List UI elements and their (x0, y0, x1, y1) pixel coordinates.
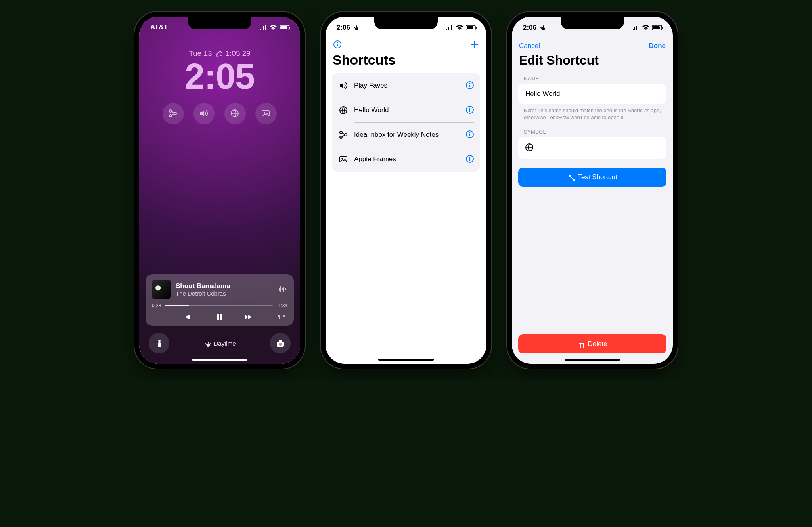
widget-shortcut[interactable] (163, 103, 184, 124)
globe-icon (338, 105, 349, 115)
speaker-icon (199, 109, 209, 119)
battery-icon (280, 25, 291, 30)
signal-icon (632, 25, 640, 30)
list-item[interactable]: Idea Inbox for Weekly Notes (332, 122, 480, 147)
globe-icon (525, 143, 533, 151)
signal-icon (260, 25, 267, 30)
globe-icon (230, 109, 240, 119)
list-item[interactable]: Hello World (332, 98, 480, 122)
info-icon (465, 154, 474, 163)
notch (374, 17, 438, 29)
track-artist: The Detroit Cobras (176, 290, 273, 297)
flashlight-button[interactable] (149, 333, 169, 353)
rewind-button[interactable] (184, 312, 196, 322)
pause-button[interactable] (215, 312, 224, 322)
name-input[interactable] (525, 90, 660, 98)
widget-image[interactable] (255, 103, 277, 124)
list-item-label: Hello World (354, 106, 460, 114)
album-art (152, 280, 171, 299)
carrier-label: AT&T (150, 23, 168, 31)
page-title: Edit Shortcut (512, 52, 673, 73)
wifi-icon (642, 25, 650, 30)
row-info-button[interactable] (465, 105, 474, 115)
image-icon (338, 155, 349, 164)
sun-icon (203, 340, 211, 347)
symbol-header: SYMBOL (512, 126, 673, 137)
phone-shortcuts-list: 2:06 Shortcuts Play Faves (321, 12, 491, 369)
list-item[interactable]: Apple Frames (332, 147, 480, 172)
name-header: NAME (512, 73, 673, 84)
focus-label: Daytime (214, 340, 236, 347)
test-label: Test Shortcut (578, 173, 617, 181)
signal-icon (446, 25, 453, 30)
list-item[interactable]: Play Faves (332, 73, 480, 98)
info-icon (465, 105, 474, 114)
add-button[interactable] (470, 40, 479, 51)
shortcut-merge-icon (168, 109, 178, 119)
camera-button[interactable] (270, 333, 291, 353)
remaining-label: -1:34 (277, 303, 287, 308)
info-icon (465, 130, 474, 138)
time-label: 2:06 (523, 24, 536, 31)
wifi-icon (269, 25, 277, 30)
lockscreen-widgets (139, 103, 300, 124)
shortcuts-list: Play Faves Hello World Idea Inbox for We… (332, 73, 480, 172)
list-item-label: Play Faves (354, 82, 460, 90)
delete-label: Delete (588, 340, 607, 348)
delete-button[interactable]: Delete (518, 334, 666, 353)
trash-icon (577, 340, 584, 348)
airpods-icon[interactable] (276, 312, 286, 322)
test-shortcut-button[interactable]: Test Shortcut (518, 168, 666, 187)
cancel-button[interactable]: Cancel (519, 42, 540, 50)
timer-icon (215, 50, 222, 57)
phone-lockscreen: AT&T Tue 13 1:05:29 2:05 (134, 12, 305, 369)
info-button[interactable] (333, 40, 342, 51)
home-indicator[interactable] (565, 359, 620, 361)
nowplaying-card[interactable]: Shout Bamalama The Detroit Cobras 0:28 -… (146, 274, 294, 326)
row-info-button[interactable] (465, 130, 474, 140)
progress-bar[interactable] (165, 305, 272, 306)
home-indicator[interactable] (378, 359, 434, 361)
lockscreen-clock: 2:05 (139, 59, 300, 94)
done-button[interactable]: Done (649, 42, 666, 50)
waveform-icon (278, 285, 287, 294)
list-item-label: Apple Frames (354, 155, 460, 163)
flashlight-icon (155, 339, 163, 348)
page-title: Shortcuts (326, 51, 486, 73)
time-label: 2:06 (337, 24, 350, 31)
list-item-label: Idea Inbox for Weekly Notes (354, 131, 460, 139)
sun-icon (352, 23, 358, 30)
info-icon (333, 40, 342, 49)
widget-speaker[interactable] (193, 103, 215, 124)
info-icon (465, 80, 474, 89)
wifi-icon (456, 25, 463, 30)
elapsed-label: 0:28 (152, 303, 161, 308)
home-indicator[interactable] (192, 359, 247, 361)
notch (561, 17, 624, 29)
image-icon (261, 109, 271, 119)
widget-globe[interactable] (224, 103, 246, 124)
forward-button[interactable] (243, 312, 255, 322)
speaker-icon (338, 81, 349, 90)
plus-icon (470, 40, 479, 49)
focus-pill[interactable]: Daytime (203, 340, 236, 347)
battery-icon (466, 25, 477, 30)
name-note: Note: This name should match the one in … (512, 104, 673, 126)
notch (188, 17, 251, 29)
test-icon (567, 174, 575, 181)
row-info-button[interactable] (465, 154, 474, 164)
battery-icon (652, 25, 663, 30)
track-title: Shout Bamalama (176, 282, 273, 290)
phone-edit-shortcut: 2:06 Cancel Done Edit Shortcut NAME Note… (507, 12, 678, 369)
camera-icon (276, 339, 285, 348)
sun-icon (538, 23, 545, 30)
name-field-wrapper[interactable] (518, 84, 666, 104)
symbol-picker[interactable] (518, 137, 666, 159)
row-info-button[interactable] (465, 80, 474, 91)
shortcut-merge-icon (338, 130, 349, 139)
